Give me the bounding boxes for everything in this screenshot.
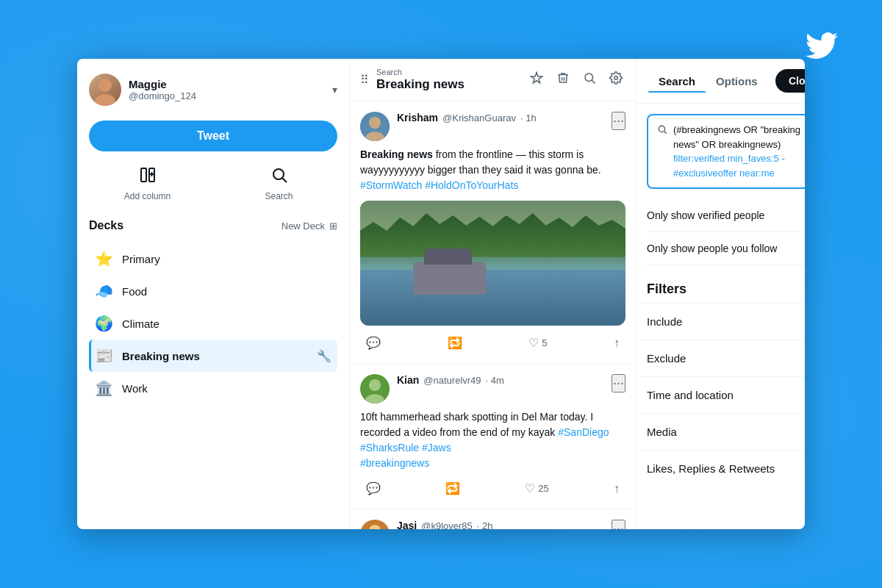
tweets-list: Krisham @KrishanGuarav · 1h ··· Breaking…: [350, 101, 636, 529]
following-filter-row: Only show people you follow: [647, 232, 805, 265]
decks-title: Decks: [89, 219, 123, 232]
tweet-more-button[interactable]: ···: [612, 520, 625, 529]
media-label: Media: [647, 426, 677, 438]
avatar: [360, 520, 390, 529]
filter-toggles: Only show verified people Only show peop…: [637, 199, 805, 265]
like-count: 25: [538, 483, 548, 494]
tweet-card: Jasi @k9lover85 · 2h ··· News update: th…: [350, 509, 636, 529]
user-profile[interactable]: Maggie @domingo_124: [89, 74, 196, 106]
sidebar-item-climate[interactable]: 🌍 Climate: [89, 307, 337, 340]
sidebar-item-work[interactable]: 🏛️ Work: [89, 372, 337, 404]
tweet-more-button[interactable]: ···: [612, 112, 625, 130]
tweet-image: [360, 201, 625, 326]
tweet-author-handle: @k9lover85: [421, 520, 473, 530]
reply-icon: 💬: [366, 336, 381, 350]
work-icon: 🏛️: [95, 379, 113, 397]
retweet-icon: 🔁: [445, 481, 460, 495]
filter-exclude-row[interactable]: Exclude +: [637, 340, 805, 376]
column-actions: [527, 68, 625, 91]
svg-point-1: [95, 94, 115, 106]
chevron-down-icon[interactable]: ▾: [332, 84, 337, 96]
column-header: ⠿ Search Breaking news: [350, 59, 636, 101]
panel-tabs: Search Options: [648, 71, 768, 92]
user-handle: @domingo_124: [129, 90, 196, 101]
trash-button[interactable]: [553, 68, 573, 91]
settings-wrench-icon[interactable]: 🔧: [317, 349, 331, 363]
climate-icon: 🌍: [95, 315, 113, 332]
decks-header: Decks New Deck ⊞: [89, 219, 337, 232]
column-title-area: Search Breaking news: [376, 68, 520, 92]
sparkle-button[interactable]: [527, 68, 546, 91]
reply-button[interactable]: 💬: [360, 478, 387, 498]
filter-media-row[interactable]: Media +: [637, 413, 805, 450]
search-query-box[interactable]: (#breakingnews OR "breaking news" OR bre…: [647, 114, 805, 189]
user-info: Maggie @domingo_124: [129, 78, 196, 101]
tweet-text: Breaking news from the frontline — this …: [360, 147, 625, 193]
tweet-more-button[interactable]: ···: [612, 374, 625, 392]
verified-label: Only show verified people: [647, 209, 764, 221]
retweet-button[interactable]: 🔁: [440, 478, 466, 498]
avatar: [360, 112, 390, 141]
search-action[interactable]: Search: [220, 166, 337, 201]
food-icon: 🧢: [95, 282, 113, 300]
column-label: Search: [376, 68, 520, 76]
settings-column-button[interactable]: [606, 68, 625, 91]
share-icon: ↑: [614, 337, 620, 350]
search-column-button[interactable]: [580, 68, 599, 91]
tab-options[interactable]: Options: [706, 71, 768, 92]
svg-point-0: [98, 79, 112, 92]
verified-filter-row: Only show verified people: [647, 199, 805, 232]
include-label: Include: [647, 315, 682, 328]
tweet-button[interactable]: Tweet: [89, 121, 337, 151]
tweet-author-handle: @KrishanGuarav: [442, 112, 516, 123]
add-column-icon: [139, 166, 157, 188]
share-button[interactable]: ↑: [608, 479, 625, 498]
time-location-label: Time and location: [647, 389, 734, 401]
svg-line-9: [592, 80, 595, 83]
sidebar-item-primary[interactable]: ⭐ Primary: [89, 243, 337, 275]
share-button[interactable]: ↑: [608, 334, 625, 353]
tweet-text: 10ft hammerhead shark spotting in Del Ma…: [360, 409, 625, 471]
add-column-label: Add column: [124, 191, 171, 201]
tab-search[interactable]: Search: [648, 71, 706, 92]
reply-button[interactable]: 💬: [360, 333, 387, 353]
primary-icon: ⭐: [95, 250, 113, 268]
like-button[interactable]: ♡ 25: [519, 478, 554, 498]
sidebar-item-food[interactable]: 🧢 Food: [89, 275, 337, 307]
tweet-author-name: Jasi: [397, 520, 417, 529]
search-label: Search: [265, 191, 293, 201]
new-deck-button[interactable]: New Deck ⊞: [282, 220, 337, 232]
sidebar-item-breaking-news[interactable]: 📰 Breaking news 🔧: [89, 340, 337, 372]
tweet-author-name: Kian: [397, 374, 419, 386]
tweet-author-handle: @naturelvr49: [423, 375, 481, 386]
like-button[interactable]: ♡ 5: [523, 333, 553, 353]
sidebar-header: Maggie @domingo_124 ▾: [89, 74, 337, 106]
sidebar-item-label: Work: [122, 382, 331, 395]
svg-line-7: [282, 179, 287, 183]
svg-point-8: [585, 74, 593, 82]
add-column-action[interactable]: Add column: [89, 166, 206, 201]
svg-point-6: [273, 169, 284, 179]
retweet-button[interactable]: 🔁: [442, 333, 468, 353]
filters-section: Filters Include + Exclude + Time and loc…: [637, 273, 805, 529]
following-label: Only show people you follow: [647, 243, 777, 254]
sidebar-item-label: Food: [122, 285, 331, 298]
sidebar-item-label: Climate: [122, 318, 331, 330]
share-icon: ↑: [614, 482, 620, 495]
tweet-card: Krisham @KrishanGuarav · 1h ··· Breaking…: [350, 101, 636, 364]
exclude-label: Exclude: [647, 352, 686, 365]
tweet-actions: 💬 🔁 ♡ 25 ↑: [360, 478, 625, 498]
right-panel: Search Options Close (#breakingnews OR "…: [636, 59, 805, 529]
svg-point-20: [659, 126, 664, 132]
svg-point-12: [369, 117, 381, 129]
close-button[interactable]: Close: [775, 69, 805, 93]
filter-include-row[interactable]: Include +: [637, 303, 805, 340]
filter-likes-replies-row[interactable]: Likes, Replies & Retweets +: [637, 450, 805, 487]
tweet-actions: 💬 🔁 ♡ 5 ↑: [360, 333, 625, 353]
reply-icon: 💬: [366, 481, 381, 495]
filter-time-location-row[interactable]: Time and location +: [637, 376, 805, 413]
tweet-card: Kian @naturelvr49 · 4m ··· 10ft hammerhe…: [350, 364, 636, 509]
column-title: Breaking news: [376, 77, 520, 92]
tweet-time: · 2h: [477, 520, 493, 530]
drag-handle-icon[interactable]: ⠿: [360, 73, 369, 87]
